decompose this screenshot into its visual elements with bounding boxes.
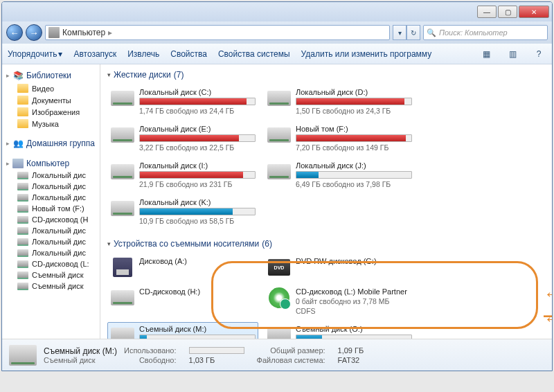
drive-item[interactable]: CD-дисковод (L:) Mobile Partner0 байт св… xyxy=(264,285,415,318)
fs-value: FAT32 xyxy=(338,356,364,364)
drive-item[interactable]: DVDDVD RW дисковод (G:) xyxy=(264,254,415,280)
drive-item[interactable]: Локальный диск (E:)3,22 ГБ свободно из 2… xyxy=(107,122,258,154)
capacity-bar xyxy=(139,335,256,339)
collapse-icon: ▾ xyxy=(107,71,111,78)
breadcrumb-item[interactable]: Компьютер xyxy=(62,28,105,37)
hdd-icon xyxy=(267,328,291,339)
sysprops-button[interactable]: Свойства системы xyxy=(218,49,290,59)
sidebar-computer[interactable]: ▸Компьютер xyxy=(2,157,100,170)
drive-item[interactable]: CD-дисковод (H:) xyxy=(107,285,258,318)
capacity-bar xyxy=(139,134,256,142)
search-placeholder: Поиск: Компьютер xyxy=(439,28,508,37)
minimize-button[interactable]: — xyxy=(477,6,497,18)
help-icon[interactable]: ? xyxy=(531,46,546,62)
sidebar-item-drive[interactable]: Съемный диск xyxy=(2,280,100,292)
breadcrumb[interactable]: Компьютер ▸ xyxy=(45,25,390,40)
chevron-down-icon: ▾ xyxy=(58,49,62,59)
sidebar-item-drive[interactable]: Новый том (F:) xyxy=(2,203,100,214)
status-bar: Съемный диск (M:) Съемный диск Использов… xyxy=(2,339,552,371)
total-label: Общий размер: xyxy=(257,346,325,355)
sidebar-libraries[interactable]: ▸📚Библиотеки xyxy=(2,69,100,82)
sidebar-item-video[interactable]: Видео xyxy=(2,82,100,94)
sidebar-item-drive[interactable]: Локальный дис xyxy=(2,236,100,247)
sidebar-item-drive[interactable]: CD-дисковод (H xyxy=(2,214,100,225)
libraries-icon: 📚 xyxy=(12,70,24,81)
explorer-window: — ▢ ✕ ← → Компьютер ▸ ▾ ↻ 🔍 Поиск: Компь… xyxy=(1,1,553,371)
drive-name: Съемный диск (M:) xyxy=(139,325,256,333)
folder-icon xyxy=(17,84,28,93)
drive-item[interactable]: Новый том (F:)7,20 ГБ свободно из 149 ГБ xyxy=(264,122,415,154)
chevron-right-icon[interactable]: ▸ xyxy=(108,28,112,37)
drive-item[interactable]: Локальный диск (C:)1,74 ГБ свободно из 2… xyxy=(107,85,258,118)
drive-icon xyxy=(17,216,28,224)
drive-item[interactable]: Локальный диск (D:)1,50 ГБ свободно из 2… xyxy=(264,85,415,118)
collapse-icon: ▾ xyxy=(107,240,111,247)
preview-pane-icon[interactable]: ▥ xyxy=(505,46,520,62)
drive-item[interactable]: Дисковод (A:) xyxy=(107,254,258,280)
drive-sub: 3,22 ГБ свободно из 22,5 ГБ xyxy=(139,143,256,152)
sidebar-item-pictures[interactable]: Изображения xyxy=(2,106,100,118)
removable-grid: Дисковод (A:)DVDDVD RW дисковод (G:)CD-д… xyxy=(107,254,549,339)
sidebar-item-documents[interactable]: Документы xyxy=(2,94,100,106)
folder-icon xyxy=(17,119,28,128)
eject-button[interactable]: Извлечь xyxy=(127,49,159,59)
titlebar: — ▢ ✕ xyxy=(2,2,552,21)
drive-item[interactable]: Съемный диск (M:)1,03 ГБ свободно из 1,0… xyxy=(107,322,258,339)
sidebar: ▸📚Библиотеки Видео Документы Изображения… xyxy=(2,64,100,339)
drive-name: Локальный диск (K:) xyxy=(139,198,256,206)
sidebar-item-drive[interactable]: CD-дисковод (L: xyxy=(2,258,100,269)
view-icon[interactable]: ▦ xyxy=(479,46,494,62)
computer-icon xyxy=(12,159,24,168)
close-button[interactable]: ✕ xyxy=(519,6,549,18)
drive-sub: 10,9 ГБ свободно из 58,5 ГБ xyxy=(139,217,256,225)
drive-fs: CDFS xyxy=(296,307,412,315)
sidebar-item-drive[interactable]: Локальный дис xyxy=(2,181,100,192)
computer-icon xyxy=(48,27,60,38)
drive-name: Дисковод (A:) xyxy=(139,257,256,265)
autorun-button[interactable]: Автозапуск xyxy=(73,49,116,59)
free-value: 1,03 ГБ xyxy=(189,356,244,364)
sidebar-item-drive[interactable]: Съемный диск xyxy=(2,269,100,280)
maximize-button[interactable]: ▢ xyxy=(498,6,517,18)
group-removable[interactable]: ▾Устройства со съемными носителями (6) xyxy=(107,239,549,249)
organize-menu[interactable]: Упорядочить ▾ xyxy=(8,49,62,59)
chevron-icon: ▸ xyxy=(6,160,10,167)
properties-button[interactable]: Свойства xyxy=(170,49,207,59)
hdd-icon xyxy=(111,164,134,179)
sidebar-item-drive[interactable]: Локальный дис xyxy=(2,192,100,203)
drive-item[interactable]: Локальный диск (K:)10,9 ГБ свободно из 5… xyxy=(107,195,258,228)
fs-label: Файловая система: xyxy=(257,356,325,364)
drive-icon xyxy=(17,205,28,213)
search-input[interactable]: 🔍 Поиск: Компьютер xyxy=(423,25,548,40)
hdd-icon xyxy=(111,328,134,339)
chevron-icon: ▸ xyxy=(6,72,10,79)
cd-icon xyxy=(269,287,289,308)
drive-icon xyxy=(17,260,28,268)
drive-item[interactable]: Съемный диск (O:)5,74 ГБ свободно из 7,3… xyxy=(264,322,415,339)
drive-item[interactable]: Локальный диск (J:)6,49 ГБ свободно из 7… xyxy=(264,159,415,191)
forward-button[interactable]: → xyxy=(26,24,42,41)
sidebar-item-music[interactable]: Музыка xyxy=(2,118,100,130)
capacity-bar xyxy=(296,134,412,142)
uninstall-button[interactable]: Удалить или изменить программу xyxy=(301,49,432,59)
group-hdd[interactable]: ▾Жесткие диски (7) xyxy=(107,70,549,80)
drive-name: Локальный диск (C:) xyxy=(139,88,256,96)
sidebar-item-drive[interactable]: Локальный дис xyxy=(2,170,100,181)
drive-sub: 0 байт свободно из 7,78 МБ xyxy=(296,297,412,305)
address-bar-row: ← → Компьютер ▸ ▾ ↻ 🔍 Поиск: Компьютер xyxy=(2,21,552,44)
drive-icon xyxy=(17,283,28,290)
refresh-button[interactable]: ↻ xyxy=(406,25,420,40)
dropdown-button[interactable]: ▾ xyxy=(393,25,406,40)
sidebar-item-drive[interactable]: Локальный дис xyxy=(2,225,100,236)
drive-item[interactable]: Локальный диск (I:)21,9 ГБ свободно из 2… xyxy=(107,159,258,191)
sidebar-item-drive[interactable]: Локальный дис xyxy=(2,247,100,258)
body: ▸📚Библиотеки Видео Документы Изображения… xyxy=(2,64,552,339)
drive-icon xyxy=(17,271,28,279)
status-title: Съемный диск (M:) xyxy=(44,346,117,356)
sidebar-homegroup[interactable]: ▸👥Домашняя группа xyxy=(2,136,100,150)
used-bar xyxy=(189,347,244,354)
drive-name: Локальный диск (D:) xyxy=(296,88,412,96)
back-button[interactable]: ← xyxy=(6,24,23,41)
hdd-icon xyxy=(111,201,134,216)
drive-icon xyxy=(9,345,37,366)
